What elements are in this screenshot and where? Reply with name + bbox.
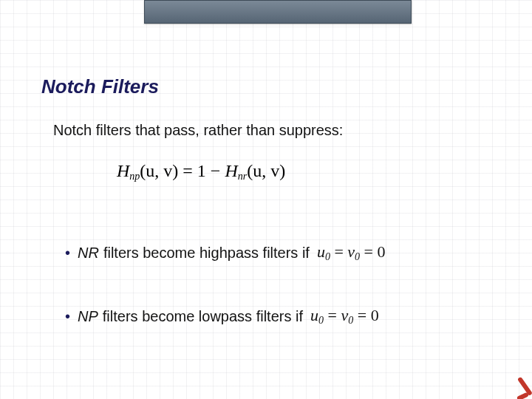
bullet-dot-icon: • — [65, 245, 70, 260]
bullet-condition: u0 = v0 = 0 — [317, 242, 386, 263]
main-equation: Hnp(u, v) = 1 − Hnr(u, v) — [117, 161, 285, 183]
cond-v-sub: 0 — [355, 251, 360, 262]
bullet-condition: u0 = v0 = 0 — [310, 306, 379, 327]
eq-rhs-args: (u, v) — [247, 161, 285, 180]
cond-v-sub: 0 — [348, 315, 353, 326]
bullet-text: filters become lowpass filters if — [103, 308, 303, 325]
slide-grid-background — [0, 0, 532, 399]
cond-u-sub: 0 — [325, 251, 330, 262]
slide-title: Notch Filters — [41, 75, 159, 98]
eq-rhs-func: H — [225, 161, 237, 180]
bullet-dot-icon: • — [65, 309, 70, 324]
eq-lhs-func: H — [117, 161, 129, 180]
cond-zero: 0 — [371, 306, 379, 324]
eq-lhs-args: (u, v) — [140, 161, 178, 180]
cond-zero: 0 — [378, 242, 386, 261]
bullet-np: • NP filters become lowpass filters if u… — [65, 306, 379, 327]
eq-rhs-sub: nr — [238, 171, 247, 182]
bullet-text: filters become highpass filters if — [103, 245, 310, 262]
decorative-top-bar — [144, 0, 412, 24]
bullet-nr: • NR filters become highpass filters if … — [65, 242, 386, 263]
eq-lhs-sub: np — [129, 171, 140, 182]
eq-equals: = 1 − — [178, 161, 225, 180]
bullet-term: NP — [78, 308, 98, 325]
slide-subtitle: Notch filters that pass, rather than sup… — [53, 122, 343, 139]
cond-u-sub: 0 — [318, 315, 324, 326]
bullet-term: NR — [78, 245, 99, 262]
corner-accent-icon — [508, 375, 529, 396]
